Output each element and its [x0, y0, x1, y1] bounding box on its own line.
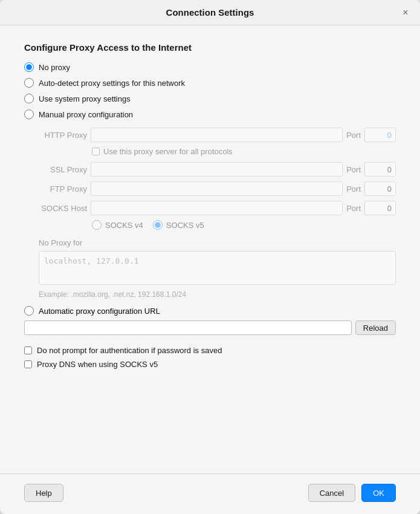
radio-socks-v4[interactable]: SOCKS v4: [92, 220, 143, 230]
radio-auto-proxy-label[interactable]: Automatic proxy configuration URL: [39, 307, 160, 316]
proxy-radio-group: No proxy Auto-detect proxy settings for …: [24, 62, 396, 119]
ssl-proxy-label: SSL Proxy: [39, 165, 87, 174]
manual-proxy-fields: HTTP Proxy Port Use this proxy server fo…: [39, 128, 396, 306]
http-proxy-input[interactable]: [91, 128, 343, 142]
connection-settings-dialog: Connection Settings × Configure Proxy Ac…: [0, 0, 420, 514]
no-proxy-for-label: No Proxy for: [39, 238, 396, 247]
radio-socks-v4-input[interactable]: [92, 220, 102, 230]
radio-auto-detect-label[interactable]: Auto-detect proxy settings for this netw…: [39, 79, 185, 88]
help-button[interactable]: Help: [24, 484, 63, 502]
no-auth-prompt-label[interactable]: Do not prompt for authentication if pass…: [37, 346, 222, 355]
radio-socks-v4-label[interactable]: SOCKS v4: [105, 221, 143, 230]
http-port-label: Port: [346, 131, 361, 140]
radio-auto-proxy-input[interactable]: [24, 306, 34, 316]
ftp-proxy-label: FTP Proxy: [39, 184, 87, 194]
radio-no-proxy[interactable]: No proxy: [24, 62, 396, 72]
proxy-dns-checkbox[interactable]: [24, 360, 32, 368]
no-auth-prompt-checkbox[interactable]: [24, 346, 32, 354]
ok-button[interactable]: OK: [361, 484, 396, 502]
auto-proxy-row: Automatic proxy configuration URL: [24, 306, 396, 316]
dialog-content: Configure Proxy Access to the Internet N…: [0, 25, 420, 473]
ftp-port-input[interactable]: [364, 181, 396, 196]
dialog-footer: Help Cancel OK: [0, 473, 420, 514]
close-button[interactable]: ×: [399, 7, 412, 19]
http-port-input[interactable]: [364, 128, 396, 142]
ssl-proxy-input[interactable]: [91, 162, 343, 177]
radio-manual-label[interactable]: Manual proxy configuration: [39, 110, 133, 119]
socks-host-input[interactable]: [91, 201, 343, 215]
auto-proxy-url-row: Reload: [24, 320, 396, 335]
title-bar: Connection Settings ×: [0, 0, 420, 25]
socks-version-group: SOCKS v4 SOCKS v5: [92, 220, 396, 230]
use-for-all-label[interactable]: Use this proxy server for all protocols: [103, 147, 233, 156]
section-title: Configure Proxy Access to the Internet: [24, 42, 396, 53]
socks-port-label: Port: [346, 204, 361, 213]
radio-auto-detect[interactable]: Auto-detect proxy settings for this netw…: [24, 78, 396, 88]
no-proxy-textarea[interactable]: [39, 251, 396, 285]
radio-use-system[interactable]: Use system proxy settings: [24, 94, 396, 103]
example-text: Example: .mozilla.org, .net.nz, 192.168.…: [39, 290, 396, 299]
radio-manual[interactable]: Manual proxy configuration: [24, 109, 396, 119]
reload-button[interactable]: Reload: [355, 320, 396, 335]
radio-auto-detect-input[interactable]: [24, 78, 34, 88]
ssl-port-input[interactable]: [364, 162, 396, 177]
dialog-title: Connection Settings: [166, 7, 254, 18]
radio-socks-v5-label[interactable]: SOCKS v5: [166, 221, 204, 230]
no-proxy-section: No Proxy for: [39, 238, 396, 287]
use-for-all-row: Use this proxy server for all protocols: [92, 147, 396, 156]
proxy-dns-row: Proxy DNS when using SOCKS v5: [24, 360, 396, 369]
socks-host-row: SOCKS Host Port: [39, 201, 396, 215]
radio-no-proxy-label[interactable]: No proxy: [39, 63, 70, 72]
ssl-proxy-row: SSL Proxy Port: [39, 162, 396, 177]
no-auth-prompt-row: Do not prompt for authentication if pass…: [24, 346, 396, 355]
auto-proxy-url-input[interactable]: [24, 320, 352, 335]
socks-host-label: SOCKS Host: [39, 204, 87, 213]
cancel-button[interactable]: Cancel: [308, 484, 355, 502]
radio-socks-v5-input[interactable]: [153, 220, 163, 230]
ftp-port-label: Port: [346, 184, 361, 194]
http-proxy-label: HTTP Proxy: [39, 131, 87, 140]
radio-use-system-input[interactable]: [24, 94, 34, 103]
http-proxy-row: HTTP Proxy Port: [39, 128, 396, 142]
socks-port-input[interactable]: [364, 201, 396, 215]
ftp-proxy-input[interactable]: [91, 181, 343, 196]
radio-use-system-label[interactable]: Use system proxy settings: [39, 94, 131, 103]
ssl-port-label: Port: [346, 165, 361, 174]
radio-no-proxy-input[interactable]: [24, 62, 34, 72]
use-for-all-checkbox[interactable]: [92, 148, 100, 155]
ftp-proxy-row: FTP Proxy Port: [39, 181, 396, 196]
proxy-dns-label[interactable]: Proxy DNS when using SOCKS v5: [37, 360, 158, 369]
footer-right-buttons: Cancel OK: [308, 484, 396, 502]
radio-manual-input[interactable]: [24, 109, 34, 119]
radio-socks-v5[interactable]: SOCKS v5: [153, 220, 204, 230]
